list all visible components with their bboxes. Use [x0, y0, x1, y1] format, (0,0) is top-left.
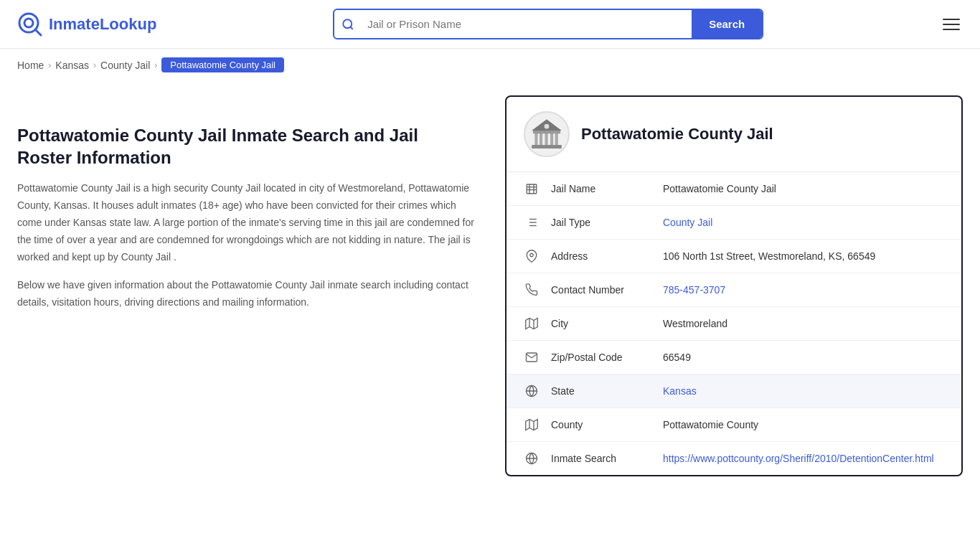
breadcrumb-current: Pottawatomie County Jail — [161, 57, 284, 72]
info-rows: Jail NamePottawatomie County JailJail Ty… — [507, 172, 961, 475]
search-wrapper: Search — [333, 9, 763, 39]
row-link-inmate-search[interactable]: https://www.pottcounty.org/Sheriff/2010/… — [663, 453, 934, 464]
svg-rect-10 — [555, 133, 558, 145]
row-label-city: City — [551, 318, 651, 329]
page-description-1: Pottawatomie County Jail is a high secur… — [17, 180, 476, 265]
page-title: Pottawatomie County Jail Inmate Search a… — [17, 124, 476, 169]
chevron-icon: › — [93, 60, 96, 70]
info-row-county: CountyPottawatomie County — [507, 408, 961, 442]
row-value-jail-name: Pottawatomie County Jail — [663, 183, 944, 194]
info-row-state: StateKansas — [507, 375, 961, 408]
svg-rect-8 — [545, 133, 548, 145]
svg-point-13 — [545, 124, 550, 129]
svg-line-2 — [35, 29, 41, 35]
info-row-jail-name: Jail NamePottawatomie County Jail — [507, 172, 961, 206]
info-card: Pottawatomie County Jail Jail NamePottaw… — [505, 95, 963, 476]
svg-rect-6 — [534, 133, 537, 145]
page-description-2: Below we have given information about th… — [17, 277, 476, 311]
jail-avatar — [524, 111, 570, 157]
info-row-jail-type: Jail TypeCounty Jail — [507, 206, 961, 240]
search-input[interactable] — [362, 11, 692, 37]
svg-marker-26 — [526, 319, 538, 329]
row-value-inmate-search[interactable]: https://www.pottcounty.org/Sheriff/2010/… — [663, 453, 944, 464]
list-icon — [524, 216, 540, 229]
row-value-state[interactable]: Kansas — [663, 385, 944, 397]
search-icon — [334, 18, 362, 31]
breadcrumb: Home › Kansas › County Jail › Pottawatom… — [0, 49, 980, 81]
row-label-zip: Zip/Postal Code — [551, 352, 651, 363]
globe2-icon — [524, 452, 540, 465]
breadcrumb-home[interactable]: Home — [17, 60, 44, 71]
mail-icon — [524, 351, 540, 364]
row-label-contact: Contact Number — [551, 284, 651, 296]
breadcrumb-kansas[interactable]: Kansas — [55, 60, 89, 71]
row-label-jail-name: Jail Name — [551, 183, 651, 194]
info-row-city: CityWestmoreland — [507, 307, 961, 341]
svg-marker-31 — [526, 420, 538, 430]
svg-rect-5 — [532, 145, 562, 149]
main-content: Pottawatomie County Jail Inmate Search a… — [0, 81, 980, 491]
map-icon — [524, 317, 540, 330]
site-header: InmateLookup Search — [0, 0, 980, 49]
logo-text: InmateLookup — [49, 15, 156, 34]
svg-rect-14 — [527, 184, 537, 194]
card-header: Pottawatomie County Jail — [507, 97, 961, 172]
info-row-inmate-search: Inmate Searchhttps://www.pottcounty.org/… — [507, 442, 961, 475]
left-column: Pottawatomie County Jail Inmate Search a… — [17, 95, 476, 476]
svg-rect-9 — [550, 133, 553, 145]
row-value-zip: 66549 — [663, 352, 944, 363]
building-icon — [524, 182, 540, 195]
hamburger-menu[interactable] — [940, 16, 963, 33]
courthouse-icon — [529, 116, 565, 152]
search-area: Search — [333, 9, 763, 39]
row-value-jail-type[interactable]: County Jail — [663, 217, 944, 228]
row-value-address: 106 North 1st Street, Westmoreland, KS, … — [663, 250, 944, 262]
row-label-county: County — [551, 419, 651, 430]
globe-icon — [524, 385, 540, 397]
svg-point-25 — [530, 253, 534, 257]
card-title: Pottawatomie County Jail — [581, 125, 773, 143]
pin-icon — [524, 250, 540, 263]
breadcrumb-county-jail[interactable]: County Jail — [100, 60, 150, 71]
row-label-address: Address — [551, 250, 651, 262]
row-link-jail-type[interactable]: County Jail — [663, 217, 712, 228]
row-label-state: State — [551, 385, 651, 397]
svg-line-4 — [351, 27, 353, 29]
row-label-jail-type: Jail Type — [551, 217, 651, 228]
chevron-icon: › — [48, 60, 51, 70]
logo[interactable]: InmateLookup — [17, 11, 156, 37]
row-value-city: Westmoreland — [663, 318, 944, 329]
phone-icon — [524, 283, 540, 296]
row-label-inmate-search: Inmate Search — [551, 453, 651, 464]
info-row-zip: Zip/Postal Code66549 — [507, 341, 961, 375]
svg-rect-11 — [533, 131, 560, 133]
row-value-county: Pottawatomie County — [663, 419, 944, 430]
row-value-contact[interactable]: 785-457-3707 — [663, 284, 944, 296]
row-link-state[interactable]: Kansas — [663, 385, 697, 397]
map2-icon — [524, 418, 540, 431]
info-row-address: Address106 North 1st Street, Westmorelan… — [507, 240, 961, 273]
svg-point-1 — [24, 19, 33, 27]
logo-icon — [17, 11, 43, 37]
search-button[interactable]: Search — [692, 10, 762, 38]
row-link-contact[interactable]: 785-457-3707 — [663, 284, 725, 296]
info-row-contact: Contact Number785-457-3707 — [507, 273, 961, 307]
svg-rect-7 — [540, 133, 542, 145]
right-column: Pottawatomie County Jail Jail NamePottaw… — [505, 95, 963, 476]
svg-point-3 — [343, 19, 352, 28]
chevron-icon: › — [154, 60, 157, 70]
